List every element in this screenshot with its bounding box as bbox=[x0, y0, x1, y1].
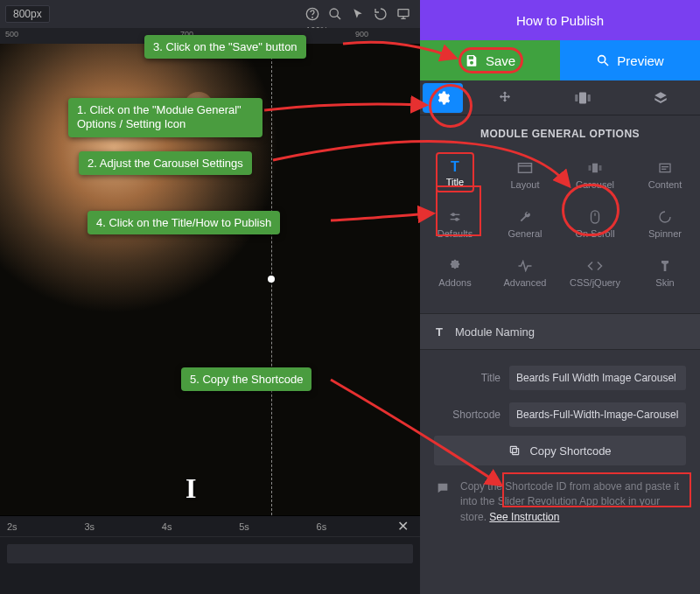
option-label: Defaults bbox=[438, 228, 472, 239]
option-label: General bbox=[508, 228, 542, 239]
desktop-icon[interactable] bbox=[392, 3, 415, 25]
option-cssjquery[interactable]: CSS/jQuery bbox=[560, 248, 630, 297]
svg-rect-17 bbox=[660, 164, 670, 171]
svg-rect-12 bbox=[519, 164, 532, 173]
ruler-tick: 500 bbox=[5, 30, 18, 38]
svg-point-2 bbox=[330, 9, 338, 17]
preview-label: Preview bbox=[617, 53, 663, 68]
gear-icon bbox=[435, 90, 451, 106]
option-label: Carousel bbox=[576, 179, 614, 190]
code-icon bbox=[587, 258, 603, 274]
tab-slides[interactable] bbox=[543, 80, 621, 115]
ruler-tick: 900 bbox=[355, 30, 368, 38]
time-mark: 5s bbox=[239, 521, 249, 532]
time-mark: 3s bbox=[84, 521, 94, 532]
chat-icon bbox=[436, 481, 450, 525]
option-label: Title bbox=[446, 177, 464, 187]
option-label: CSS/jQuery bbox=[570, 277, 620, 288]
options-grid: T Title Layout Carousel Content bbox=[420, 150, 700, 297]
wrench-icon bbox=[517, 209, 533, 225]
timeline-track[interactable] bbox=[7, 544, 413, 563]
move-icon bbox=[497, 90, 513, 106]
title-field[interactable]: Beards Full Width Image Carousel bbox=[509, 366, 686, 390]
svg-rect-27 bbox=[511, 446, 517, 452]
annotation-3: 3. Click on the "Save" button bbox=[144, 35, 306, 59]
canvas-toolbar: 800px 100% bbox=[0, 0, 420, 28]
svg-point-1 bbox=[312, 17, 313, 18]
svg-rect-14 bbox=[592, 164, 598, 173]
option-layout[interactable]: Layout bbox=[490, 150, 560, 199]
svg-line-8 bbox=[605, 62, 608, 66]
text-cursor-icon: I bbox=[186, 472, 196, 505]
section-module-naming[interactable]: T Module Naming bbox=[420, 313, 700, 350]
option-skin[interactable]: Skin bbox=[630, 248, 700, 297]
option-defaults[interactable]: Defaults bbox=[420, 199, 490, 248]
pulse-icon bbox=[517, 258, 533, 274]
panel-heading: MODULE GENERAL OPTIONS bbox=[420, 128, 700, 140]
info-text: Copy the Shortcode ID from above and pas… bbox=[460, 479, 684, 525]
skin-icon bbox=[657, 258, 673, 274]
spinner-icon bbox=[657, 209, 673, 225]
svg-rect-26 bbox=[513, 449, 519, 455]
section-title: Module Naming bbox=[455, 325, 535, 339]
option-content[interactable]: Content bbox=[630, 150, 700, 199]
side-panel: How to Publish Save Preview bbox=[420, 0, 700, 594]
text-icon: T bbox=[447, 159, 463, 175]
copy-icon bbox=[508, 444, 521, 457]
option-advanced[interactable]: Advanced bbox=[490, 248, 560, 297]
anchor-dot bbox=[268, 276, 275, 283]
copy-shortcode-button[interactable]: Copy Shortcode bbox=[434, 436, 686, 465]
option-label: Addons bbox=[438, 277, 471, 288]
help-icon[interactable] bbox=[301, 3, 324, 25]
tab-navigation[interactable] bbox=[466, 80, 543, 115]
option-label: Content bbox=[648, 179, 682, 190]
svg-rect-4 bbox=[398, 10, 409, 17]
pointer-icon[interactable] bbox=[346, 3, 369, 25]
time-mark: 4s bbox=[162, 521, 172, 532]
time-mark: 6s bbox=[317, 521, 327, 532]
svg-rect-16 bbox=[599, 165, 602, 171]
canvas-width-field[interactable]: 800px bbox=[5, 5, 50, 23]
text-icon: T bbox=[436, 325, 443, 339]
svg-line-3 bbox=[337, 16, 340, 19]
layers-icon bbox=[653, 90, 668, 106]
mouse-icon bbox=[587, 209, 603, 225]
svg-point-21 bbox=[452, 213, 455, 216]
preview-button[interactable]: Preview bbox=[560, 40, 700, 80]
content-icon bbox=[657, 160, 673, 176]
save-icon bbox=[465, 53, 479, 67]
carousel-icon bbox=[587, 160, 603, 176]
option-spinner[interactable]: Spinner bbox=[630, 199, 700, 248]
time-mark: 2s bbox=[7, 521, 18, 532]
tab-settings[interactable] bbox=[423, 83, 463, 113]
svg-rect-10 bbox=[575, 94, 578, 101]
option-general[interactable]: General bbox=[490, 199, 560, 248]
annotation-1: 1. Click on the "Module General" Options… bbox=[68, 98, 262, 137]
sliders-icon bbox=[447, 209, 463, 225]
option-onscroll[interactable]: On Scroll bbox=[560, 199, 630, 248]
zoom-icon[interactable] bbox=[324, 3, 346, 25]
save-button[interactable]: Save bbox=[420, 40, 560, 80]
option-addons[interactable]: Addons bbox=[420, 248, 490, 297]
close-icon[interactable]: ✕ bbox=[394, 518, 413, 535]
search-icon bbox=[596, 53, 610, 67]
timeline: 2s 3s 4s 5s 6s ✕ bbox=[0, 515, 420, 594]
option-label: Spinner bbox=[648, 228, 682, 239]
option-label: Layout bbox=[510, 179, 539, 190]
svg-point-7 bbox=[598, 56, 606, 63]
panel-tabs bbox=[420, 80, 700, 115]
layout-icon bbox=[517, 160, 533, 176]
undo-icon[interactable] bbox=[369, 3, 392, 25]
tab-layers[interactable] bbox=[622, 80, 700, 115]
see-instruction-link[interactable]: See Instruction bbox=[489, 511, 559, 523]
svg-rect-9 bbox=[579, 92, 586, 103]
copy-shortcode-label: Copy Shortcode bbox=[529, 444, 611, 458]
option-carousel[interactable]: Carousel bbox=[560, 150, 630, 199]
svg-point-23 bbox=[456, 218, 458, 220]
editor-canvas: 800px 100% 500 700 900 I 2s 3s 4s 5s bbox=[0, 0, 420, 594]
shortcode-field[interactable]: Beards-Full-Width-Image-Carousel bbox=[509, 402, 686, 427]
option-title[interactable]: T Title bbox=[420, 150, 490, 199]
page-title[interactable]: How to Publish bbox=[420, 0, 700, 40]
svg-rect-15 bbox=[589, 165, 592, 171]
field-label-shortcode: Shortcode bbox=[434, 409, 500, 421]
